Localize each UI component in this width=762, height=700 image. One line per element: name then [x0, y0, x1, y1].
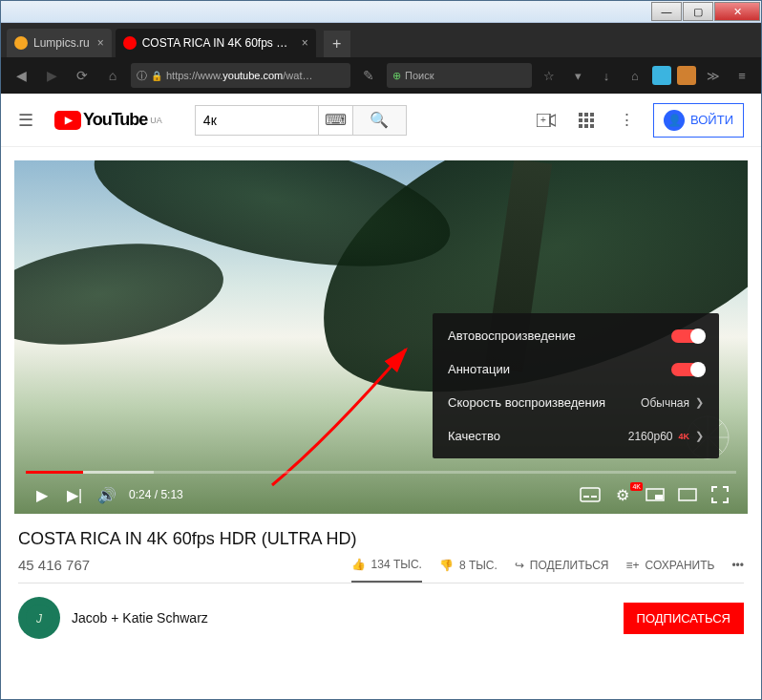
create-video-button[interactable]: + [533, 114, 560, 127]
annotations-toggle[interactable] [671, 363, 704, 376]
url-rest: /wat… [283, 70, 312, 81]
extension-shield-icon[interactable] [677, 66, 696, 85]
share-icon: ↪ [515, 559, 524, 572]
signin-button[interactable]: 👤 ВОЙТИ [653, 103, 744, 138]
search-icon: 🔍 [370, 111, 389, 129]
view-count: 45 416 767 [18, 557, 90, 573]
extension-icon[interactable] [652, 66, 671, 85]
like-button[interactable]: 👍 134 ТЫС. [351, 558, 422, 583]
settings-gear-button[interactable]: ⚙ 4K [606, 486, 639, 504]
annotations-toggle-row[interactable]: Аннотации [433, 352, 719, 386]
chevron-right-icon: ❯ [695, 396, 704, 409]
video-player[interactable]: Автовоспроизведение Аннотации Скорость в… [14, 160, 748, 514]
tab-title: Lumpics.ru [33, 36, 90, 50]
playback-speed-row[interactable]: Скорость воспроизведения Обычная ❯ [433, 386, 719, 419]
speed-value: Обычная [641, 396, 689, 410]
subscribe-button[interactable]: ПОДПИСАТЬСЯ [624, 603, 744, 634]
home-icon[interactable]: ⌂ [624, 64, 646, 87]
url-input[interactable]: ⓘ 🔒 https://www.youtube.com/wat… [131, 63, 350, 88]
svg-rect-8 [579, 124, 582, 128]
youtube-logo[interactable]: ▶ YouTube UA [54, 110, 162, 130]
speed-label: Скорость воспроизведения [448, 395, 605, 410]
tab-favicon [14, 36, 28, 50]
youtube-logo-text: YouTube [83, 110, 147, 130]
search-button[interactable]: 🔍 [353, 105, 407, 136]
home-button[interactable]: ⌂ [100, 63, 125, 88]
autoplay-label: Автовоспроизведение [448, 329, 576, 343]
share-button[interactable]: ↪ ПОДЕЛИТЬСЯ [515, 559, 609, 572]
tab-close-icon[interactable]: × [302, 36, 308, 50]
forward-button[interactable]: ▶ [39, 63, 64, 88]
window-close-button[interactable]: ✕ [714, 2, 760, 21]
autoplay-toggle-row[interactable]: Автовоспроизведение [433, 319, 719, 352]
tab-close-icon[interactable]: × [97, 36, 104, 50]
window-minimize-button[interactable]: — [651, 2, 682, 21]
play-button[interactable]: ▶ [26, 486, 58, 504]
time-current: 0:24 [129, 488, 151, 501]
new-tab-button[interactable]: + [324, 31, 350, 57]
bookmark-button[interactable]: ☆ [538, 64, 561, 87]
overflow-button[interactable]: ≫ [702, 64, 725, 87]
time-display: 0:24 / 5:13 [129, 488, 183, 501]
more-actions-button[interactable]: ••• [731, 559, 744, 572]
menu-button[interactable]: ≡ [730, 64, 753, 87]
quality-value: 2160p60 [628, 430, 673, 443]
pocket-button[interactable]: ▾ [566, 64, 589, 87]
browser-tab-active[interactable]: COSTA RICA IN 4K 60fps HD... × [116, 29, 316, 57]
theater-mode-button[interactable] [671, 488, 704, 501]
window-maximize-button[interactable]: ▢ [683, 2, 713, 21]
url-domain: youtube.com [222, 70, 283, 81]
youtube-region: UA [150, 116, 162, 125]
reload-button[interactable]: ⟳ [70, 63, 95, 88]
quality-4k-badge: 4K [678, 432, 689, 441]
tab-title: COSTA RICA IN 4K 60fps HD... [142, 36, 294, 50]
player-controls: ▶ ▶| 🔊 0:24 / 5:13 ⚙ 4K [14, 476, 748, 514]
svg-text:J: J [35, 612, 43, 626]
browser-address-bar: ◀ ▶ ⟳ ⌂ ⓘ 🔒 https://www.youtube.com/wat…… [1, 57, 761, 94]
svg-rect-6 [584, 118, 588, 122]
subtitles-button[interactable] [574, 487, 606, 502]
youtube-search-input[interactable] [195, 105, 319, 136]
chevron-right-icon: ❯ [695, 430, 704, 442]
svg-rect-10 [590, 124, 594, 128]
channel-avatar[interactable]: J [18, 597, 60, 639]
svg-rect-16 [581, 488, 600, 501]
downloads-button[interactable]: ↓ [595, 64, 618, 87]
autoplay-toggle[interactable] [671, 329, 704, 343]
time-total: 5:13 [160, 488, 182, 501]
seek-bar[interactable] [26, 471, 736, 474]
channel-name[interactable]: Jacob + Katie Schwarz [72, 610, 208, 626]
volume-button[interactable]: 🔊 [91, 486, 123, 504]
svg-rect-20 [655, 495, 663, 499]
youtube-search-form: ⌨ 🔍 [195, 105, 407, 136]
apps-grid-button[interactable] [573, 113, 600, 128]
fullscreen-button[interactable] [704, 486, 736, 503]
reader-mode-button[interactable]: ✎ [356, 63, 381, 88]
back-button[interactable]: ◀ [9, 63, 33, 88]
lock-icon: 🔒 [151, 71, 162, 81]
thumb-down-icon: 👎 [439, 559, 454, 572]
settings-button[interactable]: ⋮ [613, 110, 640, 130]
seek-played [26, 471, 83, 474]
like-count: 134 ТЫС. [371, 558, 422, 571]
hamburger-menu-button[interactable]: ☰ [18, 110, 41, 131]
video-title: COSTA RICA IN 4K 60fps HDR (ULTRA HD) [18, 529, 744, 549]
url-prefix: https://www. [166, 70, 222, 81]
browser-tabs-bar: Lumpics.ru × COSTA RICA IN 4K 60fps HD..… [1, 23, 761, 57]
video-stats-row: 45 416 767 👍 134 ТЫС. 👎 8 ТЫС. ↪ ПОДЕЛИТ… [18, 557, 744, 583]
dislike-button[interactable]: 👎 8 ТЫС. [439, 559, 497, 572]
youtube-header: ☰ ▶ YouTube UA ⌨ 🔍 + ⋮ 👤 [1, 94, 761, 147]
site-info-icon[interactable]: ⓘ [137, 69, 147, 83]
gear-icon: ⚙ [616, 486, 629, 504]
keyboard-icon[interactable]: ⌨ [319, 105, 353, 136]
browser-tab[interactable]: Lumpics.ru × [7, 29, 112, 57]
signin-label: ВОЙТИ [690, 113, 733, 127]
quality-row[interactable]: Качество 2160p60 4K ❯ [433, 419, 719, 453]
browser-search-input[interactable]: ⊕ Поиск [387, 63, 532, 88]
quality-badge: 4K [630, 482, 643, 491]
next-button[interactable]: ▶| [58, 486, 91, 504]
miniplayer-button[interactable] [639, 488, 671, 501]
save-button[interactable]: ≡+ СОХРАНИТЬ [625, 559, 714, 572]
page-content: ☰ ▶ YouTube UA ⌨ 🔍 + ⋮ 👤 [1, 94, 761, 699]
svg-text:+: + [540, 115, 546, 125]
